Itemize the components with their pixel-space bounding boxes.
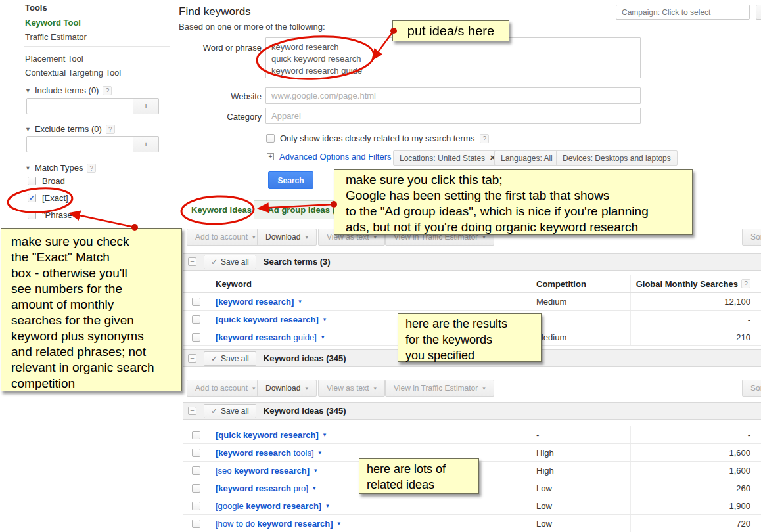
table-header: Keyword Competition Global Monthly Searc…	[183, 275, 761, 293]
annotation-line: competition	[11, 376, 181, 391]
add-to-account-button[interactable]: Add to account ▾	[187, 380, 264, 397]
include-terms-input[interactable]	[26, 98, 133, 114]
triangle-down-icon: ▼	[25, 126, 31, 133]
keyword-dropdown-icon[interactable]: ▾	[313, 485, 316, 491]
search-terms-section-bar: − ✓ Save all Search terms (3)	[183, 253, 761, 271]
row-checkbox[interactable]	[192, 315, 200, 324]
keyword-link[interactable]: [keyword research]	[216, 297, 294, 307]
exclude-terms-section[interactable]: ▼ Exclude terms (0) ?	[25, 124, 115, 134]
keyword-link[interactable]: [google keyword research]	[216, 501, 321, 511]
sort-button[interactable]: Sort	[742, 380, 761, 397]
annotation-put-ideas: put idea/s here	[392, 20, 509, 41]
keyword-dropdown-icon[interactable]: ▾	[319, 449, 322, 456]
advanced-options-link[interactable]: Advanced Options and Filters	[279, 152, 392, 162]
tab-keyword-ideas[interactable]: Keyword ideas	[190, 200, 253, 219]
include-terms-section[interactable]: ▼ Include terms (0) ?	[25, 85, 112, 95]
check-icon: ✓	[211, 354, 218, 363]
row-checkbox[interactable]	[192, 449, 200, 457]
checkbox-unchecked[interactable]	[28, 177, 36, 185]
keyword-dropdown-icon[interactable]: ▾	[326, 502, 329, 509]
keyword-cell: [google keyword research]▾	[212, 497, 532, 514]
expand-icon[interactable]: +	[267, 153, 274, 160]
row-checkbox[interactable]	[192, 431, 200, 439]
download-button[interactable]: Download ▾	[257, 229, 317, 246]
row-checkbox[interactable]	[192, 520, 200, 528]
annotation-line: see numbers for the	[11, 281, 181, 297]
match-types-section[interactable]: ▼ Match Types ?	[25, 163, 96, 173]
row-checkbox-cell	[183, 462, 212, 479]
competition-cell: Medium	[532, 328, 631, 345]
campaign-selector[interactable]: Campaign: Click to select	[616, 5, 750, 20]
row-checkbox[interactable]	[192, 298, 200, 306]
keyword-link[interactable]: [quick keyword research]	[216, 430, 319, 440]
save-all-button[interactable]: ✓ Save all	[204, 351, 256, 366]
chevron-down-icon: ▾	[305, 385, 308, 391]
save-all-button[interactable]: ✓ Save all	[204, 255, 256, 269]
row-checkbox[interactable]	[192, 502, 200, 510]
annotation-line: for the keywords	[405, 332, 541, 347]
keyword-dropdown-icon[interactable]: ▾	[298, 298, 302, 305]
include-terms-add-button[interactable]: +	[133, 98, 159, 114]
sort-button[interactable]: Sort	[742, 229, 761, 246]
keyword-dropdown-icon[interactable]: ▾	[323, 316, 327, 322]
annotation-ideas-note: here are lots ofrelated ideas	[359, 458, 479, 494]
header-checkbox-cell	[183, 275, 212, 292]
row-checkbox-cell	[183, 515, 212, 532]
collapse-icon[interactable]: −	[188, 257, 196, 266]
related-checkbox-label: Only show ideas closely related to my se…	[280, 133, 474, 143]
exclude-terms-add-button[interactable]: +	[133, 136, 159, 152]
annotation-line: you specified	[405, 347, 541, 363]
row-checkbox[interactable]	[192, 333, 200, 342]
checkbox-unchecked[interactable]	[28, 211, 36, 219]
save-all-button[interactable]: ✓ Save all	[204, 404, 256, 418]
triangle-down-icon: ▼	[25, 165, 31, 171]
page-subtitle: Based on one or more of the following:	[179, 22, 325, 32]
word-or-phrase-input[interactable]: keyword research quick keyword research …	[265, 37, 641, 78]
sort-label: Sort	[750, 384, 761, 393]
category-input[interactable]	[265, 108, 641, 124]
sidebar-item-contextual-targeting-tool[interactable]: Contextual Targeting Tool	[25, 68, 121, 78]
row-checkbox[interactable]	[192, 466, 200, 475]
collapse-icon[interactable]: −	[188, 407, 196, 415]
keyword-text: [keyword research	[216, 483, 291, 493]
keyword-dropdown-icon[interactable]: ▾	[338, 520, 341, 527]
keyword-link[interactable]: [seo keyword research]	[216, 466, 310, 476]
keyword-link[interactable]: [keyword research guide]	[216, 332, 317, 342]
keyword-link[interactable]: [quick keyword research]	[216, 315, 319, 324]
partial-top-button[interactable]: A	[756, 5, 761, 20]
searches-cell: 720	[631, 515, 761, 532]
help-icon[interactable]: ?	[741, 279, 750, 288]
keyword-link[interactable]: [keyword research tools]	[216, 448, 314, 458]
sidebar-item-keyword-tool[interactable]: Keyword Tool	[25, 18, 81, 28]
keyword-link[interactable]: [keyword research pro]	[216, 483, 308, 493]
exclude-terms-input[interactable]	[26, 136, 133, 152]
checkbox-checked[interactable]: ✓	[28, 194, 36, 202]
keyword-dropdown-icon[interactable]: ▾	[321, 334, 325, 340]
keyword-dropdown-icon[interactable]: ▾	[323, 432, 327, 438]
row-checkbox[interactable]	[192, 484, 200, 493]
page-title: Find keywords	[179, 5, 251, 18]
arrow-exact-note	[70, 213, 135, 227]
help-icon[interactable]: ?	[103, 86, 112, 95]
view-as-text-button[interactable]: View as text ▾	[318, 380, 385, 397]
search-button[interactable]: Search	[268, 171, 313, 189]
related-checkbox[interactable]	[266, 134, 275, 143]
view-in-traffic-estimator-button[interactable]: View in Traffic Estimator ▾	[385, 380, 494, 397]
help-icon[interactable]: ?	[106, 125, 115, 134]
help-icon[interactable]: ?	[480, 134, 489, 143]
keyword-text: keyword research]	[258, 519, 333, 529]
sidebar-item-placement-tool[interactable]: Placement Tool	[25, 54, 83, 64]
languages-chip[interactable]: Languages: All	[494, 150, 559, 166]
keyword-dropdown-icon[interactable]: ▾	[314, 467, 317, 474]
keyword-text: guide]	[291, 332, 317, 342]
add-to-account-button[interactable]: Add to account ▾	[187, 229, 264, 246]
collapse-icon[interactable]: −	[188, 354, 196, 363]
keyword-link[interactable]: [how to do keyword research]	[216, 519, 333, 529]
locations-chip[interactable]: Locations: United States ✕	[393, 150, 502, 166]
help-icon[interactable]: ?	[87, 164, 96, 173]
keyword-ideas-section-bar: − ✓ Save all Keyword ideas (345)	[183, 402, 761, 420]
download-button[interactable]: Download ▾	[257, 380, 317, 397]
website-input[interactable]	[265, 87, 641, 104]
sidebar-item-traffic-estimator[interactable]: Traffic Estimator	[25, 32, 87, 42]
devices-chip[interactable]: Devices: Desktops and laptops	[556, 150, 678, 166]
